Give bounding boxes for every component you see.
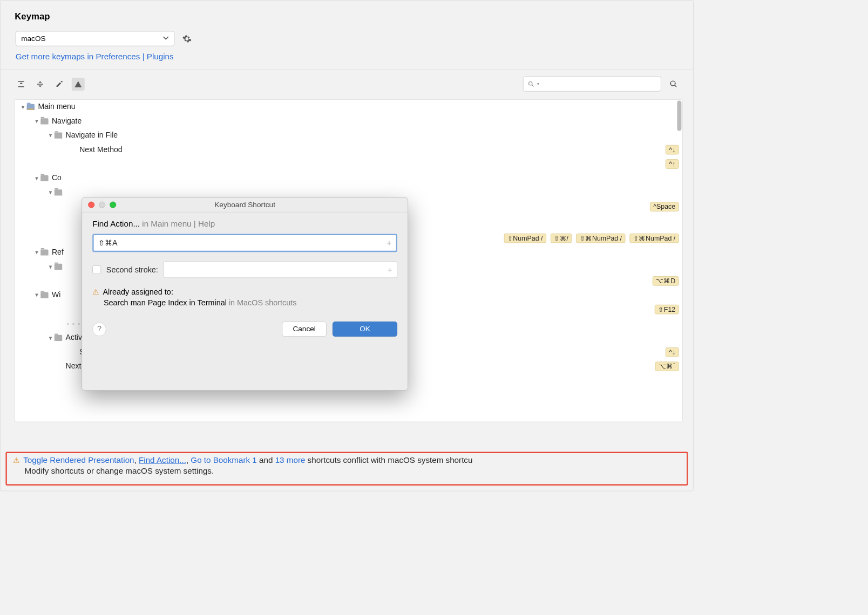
folder-icon xyxy=(40,175,48,181)
tree-row-code[interactable]: ▼ Co xyxy=(15,171,682,185)
shortcut-badge: ^↓ xyxy=(666,347,679,357)
warning-icon: ⚠ xyxy=(92,288,99,297)
first-stroke-input[interactable]: ⇧⌘A + xyxy=(92,234,397,252)
add-stroke-icon[interactable]: + xyxy=(386,238,391,248)
shortcut-badge: ⇧⌘NumPad / xyxy=(576,233,625,243)
tree-label: Ref xyxy=(52,248,64,257)
shortcut-badge: ⇧F12 xyxy=(655,304,679,314)
folder-icon xyxy=(55,263,62,269)
conflict-warning: ⚠ Already assigned to: Search man Page I… xyxy=(92,288,397,308)
conflict-link[interactable]: Toggle Rendered Presentation xyxy=(23,456,134,465)
tree-row-navigate-in-file[interactable]: ▼ Navigate in File xyxy=(15,128,682,142)
tree-row-main-menu[interactable]: ▼ Main menu xyxy=(15,100,682,114)
folder-icon xyxy=(27,104,35,110)
tree-label: Navigate in File xyxy=(66,131,118,140)
conflict-link[interactable]: Find Action... xyxy=(139,456,186,465)
tree-label: Co xyxy=(52,174,62,183)
folder-icon xyxy=(40,292,48,298)
svg-point-0 xyxy=(529,81,532,85)
tree-row-prev-method[interactable]: ^↑ xyxy=(15,156,682,170)
tree-label: Main menu xyxy=(38,102,75,112)
disclosure-icon[interactable]: ▼ xyxy=(33,175,40,181)
page-title: Keymap xyxy=(1,1,693,31)
folder-icon xyxy=(55,334,62,340)
conflict-banner-hint: Modify shortcuts or change macOS system … xyxy=(13,466,681,476)
tree-label: Wi xyxy=(52,290,60,299)
collapse-all-icon[interactable] xyxy=(33,78,46,91)
keymap-select[interactable]: macOS xyxy=(16,31,174,46)
dialog-action-context: Find Action... in Main menu | Help xyxy=(92,219,397,229)
folder-icon xyxy=(55,189,62,195)
keymap-select-value: macOS xyxy=(21,35,45,43)
expand-all-icon[interactable] xyxy=(15,78,28,91)
tree-label: Next Method xyxy=(79,145,122,154)
add-stroke-icon[interactable]: + xyxy=(388,265,392,275)
ok-button[interactable]: OK xyxy=(333,322,397,337)
conflict-banner: ⚠ Toggle Rendered Presentation, Find Act… xyxy=(5,452,688,486)
shortcut-badge: ⌥⌘D xyxy=(653,276,679,286)
disclosure-icon[interactable]: ▼ xyxy=(46,189,54,195)
disclosure-icon[interactable]: ▼ xyxy=(46,263,54,269)
get-more-keymaps-link[interactable]: Get more keymaps in Preferences | Plugin… xyxy=(16,52,174,62)
find-by-shortcut-icon[interactable] xyxy=(667,78,680,91)
warning-icon: ⚠ xyxy=(13,456,20,466)
shortcut-badge: ⇧⌘NumPad / xyxy=(629,233,679,243)
search-type-caret-icon: ▼ xyxy=(537,82,540,86)
gear-icon[interactable] xyxy=(182,34,192,44)
folder-icon xyxy=(40,118,48,124)
help-icon[interactable]: ? xyxy=(92,322,106,336)
scrollbar[interactable] xyxy=(677,100,681,131)
shortcut-badge: ⇧NumPad / xyxy=(504,233,546,243)
disclosure-icon[interactable]: ▼ xyxy=(33,292,40,298)
disclosure-icon[interactable]: ▼ xyxy=(46,132,54,138)
chevron-down-icon xyxy=(163,35,169,43)
second-stroke-input[interactable]: + xyxy=(163,262,397,278)
conflict-link[interactable]: Go to Bookmark 1 xyxy=(191,456,257,465)
edit-icon[interactable] xyxy=(53,78,66,91)
dialog-titlebar[interactable]: Keyboard Shortcut xyxy=(82,197,408,212)
first-stroke-value: ⇧⌘A xyxy=(98,238,118,248)
conflict-more-link[interactable]: 13 more xyxy=(275,456,306,465)
show-conflicts-icon[interactable] xyxy=(72,78,85,91)
shortcut-badge: ^↓ xyxy=(666,145,679,154)
keyboard-shortcut-dialog: Keyboard Shortcut Find Action... in Main… xyxy=(82,197,408,391)
second-stroke-label: Second stroke: xyxy=(106,265,158,275)
folder-icon xyxy=(55,132,62,138)
shortcut-badge: ⇧⌘/ xyxy=(551,233,572,243)
second-stroke-checkbox[interactable] xyxy=(92,265,101,274)
tree-label: Navigate xyxy=(52,117,82,126)
disclosure-icon[interactable]: ▼ xyxy=(46,334,54,340)
cancel-button[interactable]: Cancel xyxy=(282,322,326,337)
tree-row-next-method[interactable]: Next Method ^↓ xyxy=(15,142,682,156)
dialog-title: Keyboard Shortcut xyxy=(82,201,408,209)
shortcut-badge: ⌥⌘` xyxy=(655,361,679,371)
shortcut-badge: ^↑ xyxy=(666,159,679,169)
tree-row-navigate[interactable]: ▼ Navigate xyxy=(15,114,682,128)
disclosure-icon[interactable]: ▼ xyxy=(19,104,26,110)
disclosure-icon[interactable]: ▼ xyxy=(33,249,40,255)
search-input[interactable]: ▼ xyxy=(523,77,661,92)
disclosure-icon[interactable]: ▼ xyxy=(33,118,40,124)
search-icon xyxy=(528,80,535,87)
shortcut-badge: ^Space xyxy=(650,202,679,211)
folder-icon xyxy=(40,249,48,255)
